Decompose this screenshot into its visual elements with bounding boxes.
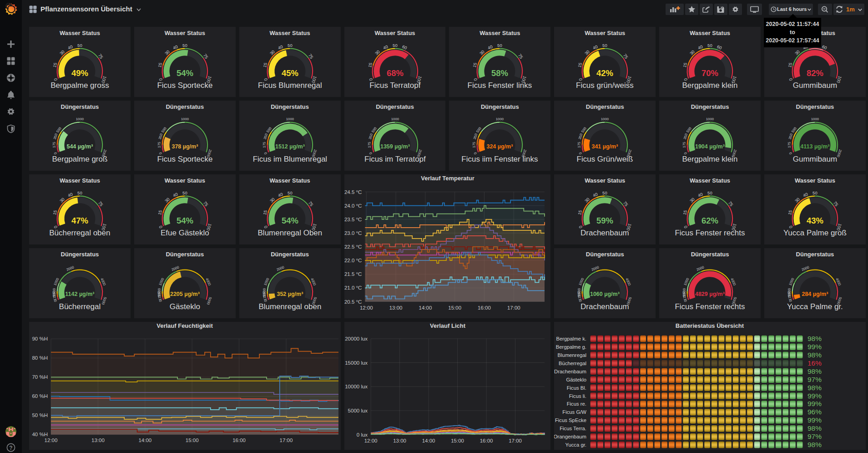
svg-text:544 µg/m³: 544 µg/m³ — [66, 143, 93, 150]
svg-text:13:00: 13:00 — [389, 305, 402, 310]
svg-text:98%: 98% — [807, 424, 822, 432]
svg-text:50: 50 — [707, 190, 712, 195]
svg-text:Verlauf Temperatur: Verlauf Temperatur — [421, 175, 474, 182]
svg-text:16%: 16% — [807, 359, 822, 367]
svg-text:15: 15 — [262, 209, 268, 215]
svg-text:47%: 47% — [71, 216, 88, 225]
svg-text:21.5 °C: 21.5 °C — [344, 271, 362, 277]
svg-text:15: 15 — [157, 62, 163, 68]
svg-text:10000 lux: 10000 lux — [345, 384, 368, 389]
svg-text:Blumenregal oben: Blumenregal oben — [258, 302, 321, 311]
svg-text:23.0 °C: 23.0 °C — [344, 230, 362, 236]
svg-text:Ficus Sportecke: Ficus Sportecke — [157, 155, 212, 163]
svg-text:24.5 °C: 24.5 °C — [344, 189, 362, 195]
svg-text:1000: 1000 — [706, 117, 714, 121]
svg-text:500: 500 — [157, 288, 161, 294]
svg-text:5000 lux: 5000 lux — [348, 408, 368, 413]
svg-text:54%: 54% — [177, 68, 193, 78]
svg-text:42%: 42% — [596, 68, 613, 78]
svg-text:58%: 58% — [491, 68, 508, 78]
svg-text:50: 50 — [77, 190, 82, 195]
svg-text:20.5 °C: 20.5 °C — [344, 299, 362, 305]
svg-text:500: 500 — [262, 288, 267, 294]
svg-text:1904 µg/m³: 1904 µg/m³ — [695, 143, 725, 150]
svg-text:97%: 97% — [807, 376, 822, 383]
svg-text:Ficus G/W: Ficus G/W — [563, 409, 587, 415]
svg-text:Ficus Sportecke: Ficus Sportecke — [157, 81, 212, 90]
svg-text:70 %H: 70 %H — [32, 374, 48, 380]
svg-text:500: 500 — [682, 288, 686, 294]
svg-text:99%: 99% — [807, 416, 822, 424]
svg-text:1512 µg/m³: 1512 µg/m³ — [275, 143, 305, 150]
svg-text:Verlauf Licht: Verlauf Licht — [430, 322, 466, 329]
svg-text:Gästeklo: Gästeklo — [170, 302, 200, 311]
svg-text:Bücherregal: Bücherregal — [559, 361, 586, 366]
svg-text:50: 50 — [393, 43, 398, 48]
svg-text:97%: 97% — [807, 433, 822, 440]
svg-text:98%: 98% — [807, 384, 822, 392]
svg-text:59%: 59% — [596, 216, 613, 225]
svg-text:Ficus Fenster rechts: Ficus Fenster rechts — [675, 302, 745, 311]
svg-text:15: 15 — [472, 62, 478, 68]
svg-text:15:00: 15:00 — [186, 438, 199, 443]
svg-text:Bergpalme g.: Bergpalme g. — [556, 344, 586, 350]
svg-text:500: 500 — [787, 288, 792, 294]
svg-text:378 µg/m³: 378 µg/m³ — [172, 143, 198, 150]
svg-text:Bergpalme groß: Bergpalme groß — [52, 155, 107, 163]
svg-text:96%: 96% — [807, 408, 822, 416]
svg-text:1000: 1000 — [391, 117, 399, 121]
svg-text:Bergpalme k.: Bergpalme k. — [556, 336, 587, 341]
svg-text:70%: 70% — [701, 68, 718, 78]
svg-text:Ficus Fenster rechts: Ficus Fenster rechts — [675, 229, 745, 237]
svg-text:16:00: 16:00 — [479, 438, 493, 443]
svg-text:15: 15 — [52, 209, 58, 215]
svg-text:Drachenbaum: Drachenbaum — [580, 229, 629, 237]
svg-text:15: 15 — [367, 62, 373, 68]
svg-text:15000 lux: 15000 lux — [345, 360, 368, 366]
svg-text:50: 50 — [498, 43, 503, 48]
svg-text:15: 15 — [262, 62, 268, 68]
svg-text:15: 15 — [577, 62, 583, 68]
svg-text:22.5 °C: 22.5 °C — [344, 244, 362, 249]
svg-text:50: 50 — [182, 43, 187, 48]
svg-text:Orangenbaum: Orangenbaum — [554, 434, 586, 439]
svg-text:50: 50 — [77, 43, 82, 48]
svg-text:98%: 98% — [807, 367, 822, 375]
svg-text:17:00: 17:00 — [507, 305, 520, 310]
svg-text:99%: 99% — [807, 392, 822, 400]
svg-text:Ficus Grün/weiß: Ficus Grün/weiß — [577, 155, 633, 163]
svg-text:4829 µg/m³: 4829 µg/m³ — [695, 291, 725, 297]
svg-text:15: 15 — [682, 209, 688, 215]
svg-text:Ficus re.: Ficus re. — [567, 401, 586, 407]
svg-text:12:00: 12:00 — [364, 438, 377, 443]
svg-text:Blumenregal: Blumenregal — [558, 352, 586, 358]
svg-text:175: 175 — [262, 142, 266, 148]
svg-text:50: 50 — [812, 190, 818, 195]
svg-text:13:00: 13:00 — [393, 438, 406, 443]
svg-text:24.0 °C: 24.0 °C — [344, 203, 362, 209]
svg-text:175: 175 — [577, 142, 581, 148]
svg-text:50: 50 — [707, 43, 712, 48]
svg-text:14:00: 14:00 — [422, 438, 435, 443]
svg-text:1142 µg/m³: 1142 µg/m³ — [65, 291, 94, 297]
svg-text:54%: 54% — [282, 216, 298, 225]
svg-text:Ficus im Blumenregal: Ficus im Blumenregal — [252, 155, 327, 163]
svg-text:324 µg/m³: 324 µg/m³ — [487, 143, 513, 150]
svg-text:500: 500 — [52, 288, 56, 294]
svg-text:Ficus grün/weiss: Ficus grün/weiss — [576, 81, 634, 90]
svg-text:1000: 1000 — [76, 117, 84, 121]
svg-text:Drachenbaum: Drachenbaum — [554, 369, 586, 374]
svg-text:Yucca Palme groß: Yucca Palme groß — [783, 229, 847, 237]
svg-text:13:00: 13:00 — [91, 438, 105, 443]
svg-text:50: 50 — [182, 190, 187, 195]
svg-text:Ficus Blumenregal: Ficus Blumenregal — [258, 81, 322, 90]
svg-text:175: 175 — [682, 142, 686, 148]
svg-text:16:00: 16:00 — [478, 305, 491, 310]
svg-text:175: 175 — [787, 142, 791, 148]
svg-text:0 lux: 0 lux — [356, 432, 368, 438]
svg-text:175: 175 — [157, 142, 161, 148]
svg-text:341 µg/m³: 341 µg/m³ — [592, 143, 618, 150]
svg-text:68%: 68% — [386, 68, 403, 78]
svg-text:23.5 °C: 23.5 °C — [344, 217, 362, 222]
svg-text:Bergpalme klein: Bergpalme klein — [682, 155, 738, 163]
